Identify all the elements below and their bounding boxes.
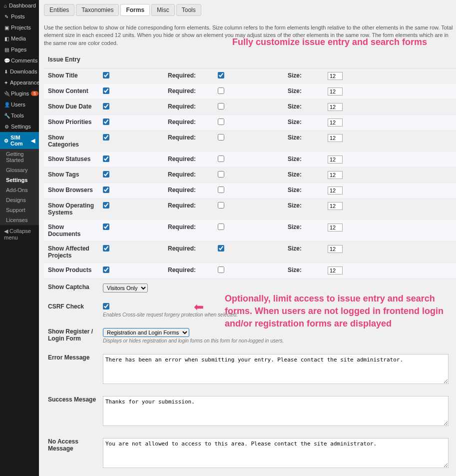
sidebar-sub-settings[interactable]: Settings (0, 175, 39, 185)
sidebar-item-plugins[interactable]: 🔌Plugins 5 (0, 88, 39, 99)
row-label: Show Products (44, 263, 99, 278)
sidebar-item-projects[interactable]: ▣Projects (0, 22, 39, 33)
show-checkbox[interactable] (103, 134, 109, 140)
table-row: Show ProductsRequired:Size: (44, 263, 456, 278)
size-input[interactable] (328, 171, 343, 179)
size-input[interactable] (328, 134, 343, 142)
size-input[interactable] (328, 245, 343, 253)
required-checkbox[interactable] (218, 202, 224, 208)
row-label: Show Browsers (44, 183, 99, 198)
show-checkbox[interactable] (103, 171, 109, 178)
sidebar-sub-support[interactable]: Support (0, 205, 39, 215)
table-row: Show Affected ProjectsRequired:Size: (44, 242, 456, 263)
sidebar-item-media[interactable]: ◧Media (0, 33, 39, 44)
tab-forms[interactable]: Forms (120, 4, 150, 16)
required-checkbox[interactable] (218, 266, 224, 273)
sidebar-item-appearance[interactable]: ✦Appearance (0, 77, 39, 88)
sidebar-icon: ✎ (4, 14, 9, 20)
size-label: Size: (284, 152, 324, 168)
required-label: Required: (164, 183, 214, 198)
sidebar-sub-add-ons[interactable]: Add-Ons (0, 185, 39, 195)
required-label: Required: (164, 242, 214, 263)
size-label: Size: (284, 84, 324, 100)
sidebar-item-comments[interactable]: 💬Comments 1 (0, 55, 39, 66)
required-label: Required: (164, 115, 214, 130)
size-input[interactable] (328, 118, 343, 126)
show-checkbox[interactable] (103, 72, 109, 78)
required-checkbox[interactable] (218, 118, 224, 125)
required-checkbox[interactable] (218, 72, 224, 78)
size-label: Size: (284, 168, 324, 183)
show-checkbox[interactable] (103, 103, 109, 110)
tab-entities[interactable]: Entities (44, 4, 74, 16)
required-checkbox[interactable] (218, 224, 224, 230)
size-input[interactable] (328, 224, 343, 232)
sidebar-item-sim-com[interactable]: ⚙SIM Com◀ (0, 132, 39, 149)
show-checkbox[interactable] (103, 224, 109, 230)
tab-misc[interactable]: Misc (151, 4, 175, 16)
sidebar-sub-getting-started[interactable]: Getting Started (0, 149, 39, 165)
required-label: Required: (164, 130, 214, 152)
size-input[interactable] (328, 103, 343, 111)
table-row: Show TagsRequired:Size: (44, 168, 456, 183)
size-input[interactable] (328, 266, 343, 274)
table-row: Show Due DateRequired:Size: (44, 100, 456, 115)
tabs-bar: EntitiesTaxonomiesFormsMiscTools (44, 0, 456, 20)
collapse-menu[interactable]: ◀ Collapse menu (0, 225, 39, 244)
size-input[interactable] (328, 156, 343, 164)
success-msg-input[interactable] (103, 396, 449, 426)
required-checkbox[interactable] (218, 134, 224, 140)
sidebar-item-pages[interactable]: ▤Pages (0, 44, 39, 55)
sidebar-sub-licenses[interactable]: Licenses (0, 215, 39, 225)
required-label: Required: (164, 68, 214, 84)
size-input[interactable] (328, 72, 343, 80)
row-label: Show Categories (44, 130, 99, 152)
sidebar-item-downloads[interactable]: ⬇Downloads (0, 66, 39, 77)
captcha-select[interactable]: Visitors Only (103, 284, 148, 292)
sidebar-item-posts[interactable]: ✎Posts (0, 11, 39, 22)
size-label: Size: (284, 220, 324, 242)
tab-taxonomies[interactable]: Taxonomies (76, 4, 119, 16)
tab-tools[interactable]: Tools (176, 4, 201, 16)
noaccess-msg-input[interactable] (103, 438, 449, 468)
show-checkbox[interactable] (103, 266, 109, 273)
required-checkbox[interactable] (218, 103, 224, 110)
error-msg-label: Error Message (48, 354, 103, 386)
size-label: Size: (284, 183, 324, 198)
required-checkbox[interactable] (218, 156, 224, 162)
reglogin-select[interactable]: Registration and Login Forms (103, 328, 189, 337)
sidebar-icon: 🔧 (4, 113, 9, 118)
show-checkbox[interactable] (103, 245, 109, 252)
row-label: Show Due Date (44, 100, 99, 115)
error-msg-input[interactable] (103, 354, 449, 384)
captcha-label: Show Captcha (48, 284, 103, 292)
sidebar-sub-glossary[interactable]: Glossary (0, 165, 39, 175)
sidebar-icon: ⬇ (4, 69, 8, 74)
size-input[interactable] (328, 88, 343, 96)
sidebar-sub-designs[interactable]: Designs (0, 195, 39, 205)
show-checkbox[interactable] (103, 156, 109, 162)
row-label: Show Affected Projects (44, 242, 99, 263)
sidebar-item-users[interactable]: 👤Users (0, 99, 39, 110)
sidebar-icon: ▣ (4, 25, 9, 30)
required-checkbox[interactable] (218, 245, 224, 252)
badge: 5 (31, 91, 38, 96)
size-input[interactable] (328, 202, 343, 210)
size-input[interactable] (328, 186, 343, 194)
required-checkbox[interactable] (218, 186, 224, 193)
size-label: Size: (284, 242, 324, 263)
show-checkbox[interactable] (103, 88, 109, 94)
required-checkbox[interactable] (218, 88, 224, 94)
sidebar-item-dashboard[interactable]: ⌂Dashboard (0, 0, 39, 11)
csrf-checkbox[interactable] (103, 303, 109, 310)
sidebar-item-settings[interactable]: ⚙Settings (0, 121, 39, 132)
section-issue-entry: Issue Entry (44, 51, 456, 68)
size-label: Size: (284, 68, 324, 84)
show-checkbox[interactable] (103, 186, 109, 193)
required-label: Required: (164, 152, 214, 168)
required-checkbox[interactable] (218, 171, 224, 178)
reglogin-label: Show Register / Login Form (48, 328, 103, 344)
show-checkbox[interactable] (103, 202, 109, 208)
sidebar-item-tools[interactable]: 🔧Tools (0, 110, 39, 121)
show-checkbox[interactable] (103, 118, 109, 125)
